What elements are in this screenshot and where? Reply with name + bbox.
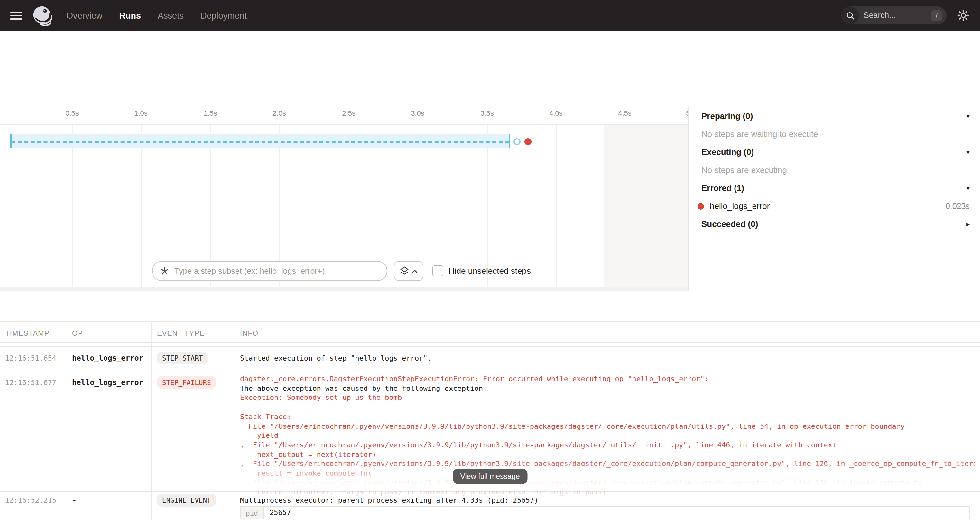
log-row-engine-event[interactable]: 12:16:52.215 - ENGINE_EVENT Multiprocess…: [0, 492, 980, 520]
log-toolbar: Filter... Levels (5) Copy URL: [0, 290, 980, 321]
step-name: hello_logs_error: [710, 201, 770, 211]
log-row-step-failure[interactable]: 12:16:51.677 hello_logs_error STEP_FAILU…: [0, 368, 980, 492]
nav-links: Overview Runs Assets Deployment: [66, 11, 247, 20]
tick-label: 1.5s: [204, 109, 217, 117]
log-timestamp: 12:16:51.654: [5, 354, 56, 363]
hide-unselected-checkbox[interactable]: [433, 265, 443, 276]
log-op-name: hello_logs_error: [72, 354, 143, 363]
log-table: TIMESTAMP OP EVENT TYPE INFO 12:16:51.65…: [0, 321, 980, 520]
step-subset-input[interactable]: Type a step subset (ex: hello_logs_error…: [152, 261, 387, 281]
event-type-badge: STEP_FAILURE: [157, 376, 216, 389]
step-duration: 0.023s: [946, 201, 970, 211]
view-full-message-button[interactable]: View full message: [453, 469, 528, 484]
log-row-step-start[interactable]: 12:16:51.654 hello_logs_error STEP_START…: [0, 347, 980, 368]
caret-down-icon: ▾: [966, 113, 970, 120]
op-selector-icon: [160, 266, 169, 276]
nav-item-runs[interactable]: Runs: [119, 11, 141, 20]
gantt-chart[interactable]: 0.5s 1.0s 1.5s 2.0s 2.5s 3.0s 3.5s 4.0s …: [0, 107, 688, 292]
section-empty-executing: No steps are executing: [689, 161, 980, 179]
nav-item-deployment[interactable]: Deployment: [200, 11, 247, 20]
run-header: 7e236874 Failure Run of demo_job_error @…: [0, 31, 980, 72]
metadata-key: pid: [241, 506, 264, 519]
event-metadata-table: pid 25657: [240, 506, 970, 519]
tick-label: 1.0s: [134, 109, 148, 117]
step-status-panel: Preparing (0) ▾ No steps are waiting to …: [688, 107, 980, 290]
tick-label: 0.5s: [65, 109, 79, 117]
log-info-text: Started execution of step "hello_logs_er…: [240, 354, 432, 363]
log-row-partial[interactable]: [0, 342, 980, 347]
errored-step-row[interactable]: hello_logs_error 0.023s: [689, 197, 980, 215]
gantt-step-open-marker[interactable]: [514, 138, 520, 145]
col-header-timestamp: TIMESTAMP: [5, 329, 49, 337]
search-placeholder: Search...: [864, 11, 931, 20]
caret-down-icon: ▾: [966, 184, 970, 192]
log-op-name: -: [72, 496, 76, 504]
search-input[interactable]: Search... /: [841, 6, 947, 24]
log-timestamp: 12:16:52.215: [5, 496, 56, 504]
section-header-errored[interactable]: Errored (1) ▾: [689, 179, 980, 197]
tick-label: 3.5s: [480, 109, 494, 117]
search-icon: [841, 6, 859, 24]
event-type-badge: ENGINE_EVENT: [157, 494, 216, 506]
search-shortcut-badge: /: [931, 10, 942, 21]
col-header-event-type: EVENT TYPE: [157, 329, 205, 337]
settings-gear-icon[interactable]: [958, 10, 969, 21]
layers-icon: [399, 266, 409, 276]
caret-up-icon: [412, 269, 418, 273]
dagster-logo-icon[interactable]: [32, 4, 53, 27]
section-header-preparing[interactable]: Preparing (0) ▾: [689, 107, 980, 125]
section-header-executing[interactable]: Executing (0) ▾: [689, 143, 980, 161]
metadata-value: 25657: [264, 506, 969, 519]
tick-label: 4.5s: [618, 109, 632, 117]
section-empty-preparing: No steps are waiting to execute: [689, 125, 980, 143]
nav-item-overview[interactable]: Overview: [66, 11, 103, 20]
nav-item-assets[interactable]: Assets: [158, 11, 184, 20]
tick-label: 2.5s: [342, 109, 355, 117]
tick-label: 2.0s: [272, 109, 286, 117]
log-info-text: Multiprocess executor: parent process ex…: [240, 496, 538, 504]
col-header-info: INFO: [240, 329, 258, 337]
gantt-step-failure-marker[interactable]: [524, 138, 531, 145]
tick-label: 4.0s: [549, 109, 563, 117]
log-timestamp: 12:16:51.677: [5, 379, 56, 387]
caret-down-icon: ▾: [966, 149, 970, 155]
step-subset-placeholder: Type a step subset (ex: hello_logs_error…: [174, 266, 325, 276]
section-header-succeeded[interactable]: Succeeded (0) ▸: [689, 215, 980, 233]
caret-right-icon: ▸: [966, 220, 970, 228]
log-op-name: hello_logs_error: [72, 378, 143, 387]
gantt-step-bar[interactable]: [10, 134, 510, 149]
tick-label: 3.0s: [411, 109, 424, 117]
col-header-op: OP: [72, 329, 83, 337]
step-status-dot-icon: [697, 203, 704, 209]
hide-unselected-label: Hide unselected steps: [449, 266, 531, 276]
graph-query-toggle-button[interactable]: [394, 261, 423, 281]
message-fade-overlay: [232, 460, 980, 491]
log-table-header: TIMESTAMP OP EVENT TYPE INFO: [0, 322, 980, 342]
event-type-badge: STEP_START: [157, 352, 208, 365]
top-nav: Overview Runs Assets Deployment Search..…: [0, 0, 980, 31]
gantt-toolbar: Hide not started steps Re-execute all (*…: [0, 71, 980, 107]
gantt-overrun-band: [604, 125, 688, 291]
menu-icon[interactable]: [10, 11, 22, 20]
